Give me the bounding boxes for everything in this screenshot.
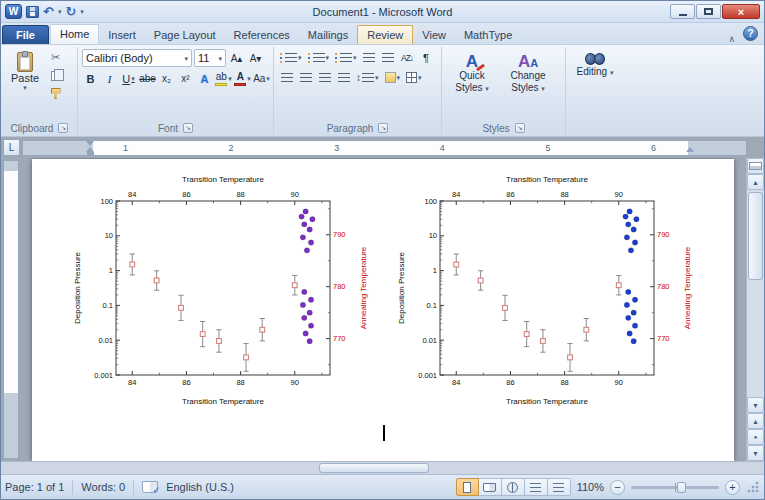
language-indicator[interactable]: English (U.S.) bbox=[166, 481, 234, 493]
next-page-button[interactable]: ▼ bbox=[747, 445, 764, 461]
sort-button[interactable]: AZ↓ bbox=[399, 49, 416, 66]
tab-home[interactable]: Home bbox=[50, 24, 99, 44]
zoom-level[interactable]: 110% bbox=[577, 481, 604, 493]
proofing-status-icon[interactable]: ✓ bbox=[142, 481, 158, 493]
font-name-combo[interactable]: Calibri (Body) ▾ bbox=[82, 49, 192, 67]
tab-mathtype[interactable]: MathType bbox=[455, 26, 521, 44]
word-window: W ↶ ▾ ↻ ▾ Document1 - Microsoft Word × F… bbox=[0, 0, 765, 500]
bullets-button[interactable]: ▾ bbox=[278, 49, 304, 66]
select-browse-object-button[interactable]: ● bbox=[747, 429, 764, 445]
paste-button[interactable]: Paste ▾ bbox=[6, 49, 44, 102]
underline-button[interactable]: U▾ bbox=[120, 70, 137, 87]
multilevel-list-button[interactable]: ▾ bbox=[333, 49, 359, 66]
outline-view-button[interactable] bbox=[525, 478, 548, 496]
font-color-button[interactable]: A ▾ bbox=[234, 70, 251, 87]
font-size-combo[interactable]: 11 ▾ bbox=[194, 49, 226, 67]
tab-stop-selector[interactable]: L bbox=[3, 139, 20, 156]
text-effects-button[interactable]: A bbox=[196, 70, 213, 87]
svg-text:84: 84 bbox=[452, 378, 460, 387]
copy-button[interactable] bbox=[47, 67, 64, 84]
font-group-label: Font bbox=[158, 123, 178, 134]
numbering-button[interactable]: ▾ bbox=[306, 49, 332, 66]
zoom-out-button[interactable]: − bbox=[610, 480, 625, 495]
vertical-ruler[interactable] bbox=[3, 160, 19, 459]
view-ruler-toggle-button[interactable] bbox=[747, 158, 764, 174]
align-left-button[interactable] bbox=[278, 69, 295, 86]
paste-label: Paste bbox=[11, 72, 39, 84]
change-styles-button[interactable]: AA Change Styles ▾ bbox=[502, 49, 554, 97]
strikethrough-button[interactable]: abe bbox=[139, 70, 156, 87]
show-hide-button[interactable]: ¶ bbox=[418, 49, 435, 66]
minimize-button[interactable] bbox=[670, 4, 695, 19]
scatter-chart-left[interactable]: 84848686888890901001010.10.010.001790780… bbox=[70, 171, 372, 409]
decrease-indent-button[interactable] bbox=[361, 49, 378, 66]
scroll-down-button[interactable]: ▼ bbox=[747, 397, 764, 413]
zoom-in-button[interactable]: + bbox=[725, 480, 740, 495]
print-layout-view-button[interactable] bbox=[456, 478, 479, 496]
undo-dropdown-icon[interactable]: ▾ bbox=[58, 8, 62, 16]
redo-icon[interactable]: ↻ bbox=[65, 5, 76, 18]
highlight-button[interactable]: ab ▾ bbox=[215, 70, 232, 87]
align-right-button[interactable] bbox=[316, 69, 333, 86]
shrink-font-button[interactable]: A▾ bbox=[247, 50, 264, 67]
superscript-button[interactable]: x² bbox=[177, 70, 194, 87]
save-icon[interactable] bbox=[26, 6, 39, 18]
bold-button[interactable]: B bbox=[82, 70, 99, 87]
zoom-slider-thumb[interactable] bbox=[677, 482, 686, 493]
tab-file[interactable]: File bbox=[2, 25, 49, 44]
scatter-chart-right[interactable]: 84848686888890901001010.10.010.001790780… bbox=[394, 171, 696, 409]
minimize-ribbon-icon[interactable]: ∧ bbox=[728, 34, 735, 44]
cut-button[interactable]: ✂ bbox=[47, 49, 64, 66]
zoom-slider[interactable] bbox=[631, 486, 719, 489]
first-line-indent-marker[interactable] bbox=[86, 141, 94, 146]
right-indent-marker[interactable] bbox=[686, 147, 694, 152]
web-layout-view-button[interactable] bbox=[502, 478, 525, 496]
maximize-button[interactable] bbox=[696, 4, 721, 19]
shading-button[interactable]: ▾ bbox=[383, 69, 403, 86]
tab-references[interactable]: References bbox=[225, 26, 299, 44]
page-indicator[interactable]: Page: 1 of 1 bbox=[5, 481, 64, 493]
borders-button[interactable]: ▾ bbox=[404, 69, 424, 86]
align-center-button[interactable] bbox=[297, 69, 314, 86]
grow-font-button[interactable]: A▴ bbox=[228, 50, 245, 67]
format-painter-button[interactable] bbox=[47, 85, 64, 102]
close-button[interactable]: × bbox=[722, 4, 760, 19]
quick-styles-button[interactable]: A Quick Styles ▾ bbox=[446, 49, 498, 97]
previous-page-button[interactable]: ▲ bbox=[747, 413, 764, 429]
draft-view-button[interactable] bbox=[548, 478, 571, 496]
editing-button[interactable]: Editing ▾ bbox=[570, 49, 620, 82]
help-button[interactable]: ? bbox=[743, 26, 758, 41]
horizontal-scrollbar[interactable] bbox=[1, 461, 764, 474]
document-page[interactable]: 84848686888890901001010.10.010.001790780… bbox=[32, 159, 734, 461]
word-count[interactable]: Words: 0 bbox=[81, 481, 125, 493]
scrollbar-thumb[interactable] bbox=[748, 192, 763, 280]
tab-view[interactable]: View bbox=[413, 26, 455, 44]
resize-grip[interactable] bbox=[746, 480, 760, 494]
align-left-icon bbox=[281, 73, 293, 82]
qat-customize-icon[interactable]: ▾ bbox=[80, 8, 84, 16]
vertical-scrollbar[interactable]: ▲ ▼ ▲ ● ▼ bbox=[746, 158, 764, 461]
undo-icon[interactable]: ↶ bbox=[43, 5, 54, 18]
italic-button[interactable]: I bbox=[101, 70, 118, 87]
font-dialog-launcher[interactable]: ↘ bbox=[183, 123, 193, 133]
paragraph-dialog-launcher[interactable]: ↘ bbox=[378, 123, 388, 133]
word-logo-icon[interactable]: W bbox=[5, 4, 22, 19]
binoculars-icon bbox=[585, 53, 605, 64]
horizontal-scrollbar-thumb[interactable] bbox=[319, 463, 429, 473]
tab-page-layout[interactable]: Page Layout bbox=[145, 26, 225, 44]
horizontal-ruler[interactable]: 1 2 3 4 5 6 bbox=[22, 140, 747, 156]
line-spacing-button[interactable]: ↕▾ bbox=[354, 69, 381, 86]
styles-dialog-launcher[interactable]: ↘ bbox=[515, 123, 525, 133]
left-indent-marker[interactable] bbox=[87, 152, 94, 155]
clipboard-dialog-launcher[interactable]: ↘ bbox=[58, 123, 68, 133]
tab-mailings[interactable]: Mailings bbox=[299, 26, 357, 44]
subscript-button[interactable]: x₂ bbox=[158, 70, 175, 87]
full-screen-reading-view-button[interactable] bbox=[479, 478, 502, 496]
scrollbar-track[interactable] bbox=[747, 190, 764, 397]
tab-insert[interactable]: Insert bbox=[99, 26, 145, 44]
increase-indent-button[interactable] bbox=[380, 49, 397, 66]
tab-review[interactable]: Review bbox=[357, 25, 413, 44]
scroll-up-button[interactable]: ▲ bbox=[747, 174, 764, 190]
change-case-button[interactable]: Aa▾ bbox=[253, 70, 270, 87]
justify-button[interactable] bbox=[335, 69, 352, 86]
